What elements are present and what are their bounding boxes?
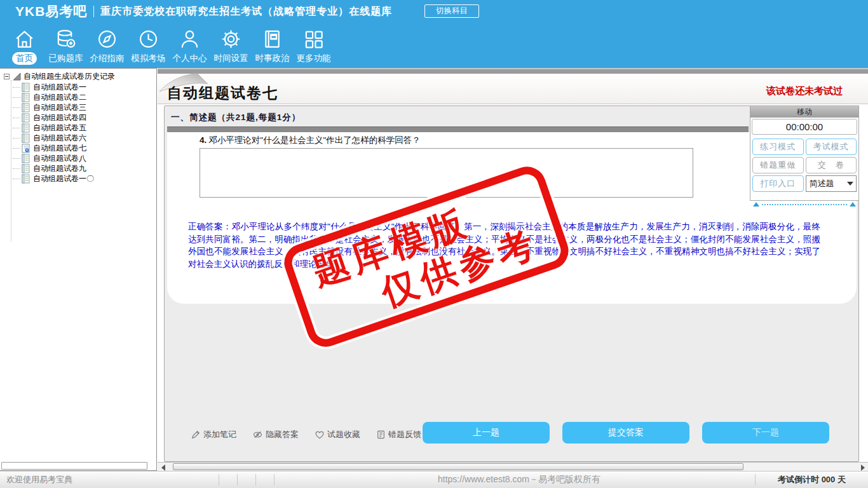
document-icon [22, 123, 30, 133]
practice-mode-button[interactable]: 练习模式 [752, 139, 804, 155]
favorite-question-button[interactable]: 试题收藏 [315, 429, 360, 440]
sidebar-item-paper-1[interactable]: 自动组题试卷一 [22, 82, 156, 92]
gear-icon [220, 28, 242, 50]
nav-more-functions[interactable]: 更多功能 [293, 23, 334, 68]
panel-resize-strip [753, 202, 856, 207]
exam-timer: 00:00:00 [752, 119, 857, 135]
news-icon [261, 28, 283, 50]
document-icon [22, 174, 30, 184]
scroll-left-arrow-icon[interactable] [161, 464, 165, 471]
sidebar-item-paper-7-selected[interactable]: 自动组题试卷七 [22, 143, 156, 153]
tree-item-label: 自动组题试卷一〇 [33, 173, 94, 184]
sidebar-item-paper-10[interactable]: 自动组题试卷一〇 [22, 173, 156, 184]
document-icon [22, 83, 30, 92]
nav-label: 介绍指南 [86, 52, 128, 65]
document-icon [22, 133, 30, 143]
main-top-strip [158, 68, 868, 74]
answer-input[interactable] [200, 148, 693, 198]
switch-subject-button[interactable]: 切换科目 [424, 4, 479, 18]
question-type-dropdown[interactable]: 简述题 [806, 175, 857, 192]
compass-icon [96, 28, 118, 50]
nav-purchased-banks[interactable]: 已购题库 [45, 23, 86, 68]
document-icon [22, 93, 30, 102]
eye-off-icon [253, 430, 262, 439]
not-taken-notice: 该试卷还未考试过 [750, 85, 859, 97]
section-header: 一、简述题（共21题,每题1分） [171, 112, 301, 123]
database-icon [55, 28, 77, 50]
question-tools: 添加笔记 隐藏答案 试题收藏 错题反馈 [191, 429, 421, 440]
status-separator [255, 474, 256, 485]
sidebar-item-paper-4[interactable]: 自动组题试卷四 [22, 112, 156, 123]
add-note-button[interactable]: 添加笔记 [191, 429, 236, 440]
tree-item-label: 自动组题试卷七 [33, 143, 86, 154]
sidebar-item-paper-5[interactable]: 自动组题试卷五 [22, 123, 156, 133]
nav-label: 模拟考场 [128, 52, 170, 65]
submit-answer-button[interactable]: 提交答案 [562, 422, 689, 444]
sidebar-item-paper-6[interactable]: 自动组题试卷六 [22, 133, 156, 143]
up-arrow-icon[interactable] [850, 202, 856, 207]
exam-mode-button[interactable]: 考试模式 [806, 139, 857, 155]
up-arrow-icon[interactable] [753, 202, 759, 207]
sidebar-item-paper-8[interactable]: 自动组题试卷八 [22, 153, 156, 163]
next-question-button[interactable]: 下一题 [702, 422, 829, 444]
tree-item-label: 自动组题试卷二 [33, 92, 86, 103]
tree-item-label: 自动组题试卷三 [33, 102, 86, 113]
tree-item-label: 自动组题试卷四 [33, 112, 86, 123]
sidebar-item-paper-3[interactable]: 自动组题试卷三 [22, 102, 156, 112]
folder-icon [13, 72, 21, 81]
grid-icon [302, 28, 325, 50]
status-separator [237, 474, 238, 485]
page-title: 自动组题试卷七 [167, 83, 278, 103]
wrong-question-feedback-button[interactable]: 错题反馈 [377, 429, 421, 440]
tree-root-label: 自动组题生成试卷历史记录 [24, 71, 115, 82]
logo-divider [93, 6, 94, 17]
nav-current-politics[interactable]: 时事政治 [252, 23, 293, 68]
scrollbar-thumb[interactable] [173, 463, 743, 470]
tree-root-node[interactable]: 自动组题生成试卷历史记录 [4, 71, 156, 82]
tree-item-label: 自动组题试卷五 [33, 123, 86, 133]
nav-home[interactable]: 首页 [4, 23, 45, 68]
nav-personal-center[interactable]: 个人中心 [169, 23, 210, 68]
tree-item-label: 自动组题试卷八 [33, 153, 86, 164]
nav-label: 更多功能 [293, 52, 335, 65]
collapse-icon[interactable] [4, 74, 10, 79]
nav-label: 已购题库 [45, 52, 87, 65]
main-horizontal-scrollbar[interactable] [158, 462, 868, 471]
status-separator [274, 474, 275, 485]
nav-intro-guide[interactable]: 介绍指南 [86, 23, 128, 68]
sidebar-item-paper-2[interactable]: 自动组题试卷二 [22, 92, 156, 102]
nav-label: 首页 [12, 52, 37, 65]
section-divider-bar [167, 126, 749, 132]
hide-answer-button[interactable]: 隐藏答案 [253, 429, 299, 440]
question-number: 4. [200, 135, 207, 145]
paper-tree: 自动组题生成试卷历史记录 自动组题试卷一 自动组题试卷二 自动组题试卷三 自动组… [0, 69, 156, 184]
home-icon [13, 28, 36, 50]
document-icon [22, 113, 30, 123]
app-logo: YKB易考吧 [15, 3, 87, 20]
heart-icon [315, 431, 324, 439]
dropdown-value: 简述题 [810, 178, 834, 189]
panel-drag-handle[interactable]: 移动 [750, 106, 858, 118]
exam-bank-title: 重庆市委党校在职研究生招生考试（战略管理专业）在线题库 [100, 5, 392, 18]
nav-mock-exam[interactable]: 模拟考场 [128, 23, 169, 68]
scroll-right-arrow-icon[interactable] [861, 464, 865, 471]
user-icon [179, 28, 201, 50]
document-icon [22, 103, 30, 112]
sidebar-item-paper-9[interactable]: 自动组题试卷九 [22, 163, 156, 173]
pencil-icon [191, 430, 200, 439]
status-separator [219, 474, 219, 485]
tree-item-label: 自动组题试卷一 [33, 82, 86, 93]
hand-in-paper-button[interactable]: 交 卷 [806, 157, 857, 173]
dotted-divider [762, 204, 847, 205]
document-pin-icon [22, 144, 30, 153]
previous-question-button[interactable]: 上一题 [423, 422, 550, 444]
feedback-icon [377, 430, 385, 439]
document-icon [22, 154, 30, 163]
redo-wrong-button[interactable]: 错题重做 [752, 157, 804, 173]
main-toolbar: 首页 已购题库 介绍指南 模拟考场 个人中心 时间设置 [0, 23, 868, 68]
tree-item-label: 自动组题试卷六 [33, 133, 86, 144]
sidebar-scrollbar[interactable] [1, 462, 147, 470]
print-entry-button[interactable]: 打印入口 [752, 175, 804, 192]
nav-time-settings[interactable]: 时间设置 [210, 23, 252, 68]
paper-history-sidebar: 自动组题生成试卷历史记录 自动组题试卷一 自动组题试卷二 自动组题试卷三 自动组… [0, 68, 157, 471]
